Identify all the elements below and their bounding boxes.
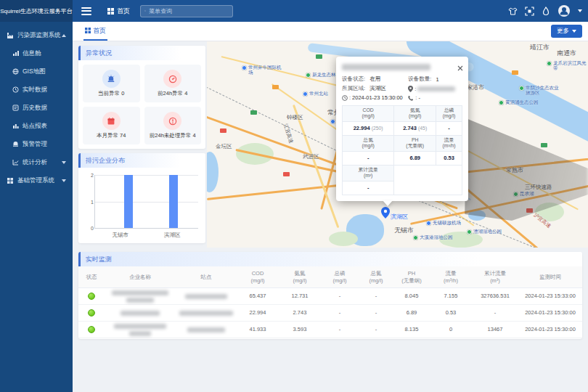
x-tick: 无锡市 — [94, 232, 147, 239]
sidebar-item-alert-management[interactable]: 预警管理 — [0, 135, 73, 153]
map-label-city: 南通市 — [557, 49, 576, 58]
sidebar-group-pollution-monitor[interactable]: 污染源监测系统 — [0, 26, 73, 44]
grid-icon — [107, 8, 114, 15]
user-avatar[interactable] — [558, 4, 571, 17]
globe-icon — [12, 68, 19, 75]
metric-header: 氨氮(mg/l) — [394, 106, 436, 122]
y-tick: 1 — [85, 199, 94, 204]
redacted-company-name — [105, 290, 176, 303]
map-poi: 常阴沙生态农业旅游区 — [519, 85, 559, 96]
stat-card-label: 前24h异常 4 — [158, 90, 187, 97]
search-icon — [144, 8, 146, 14]
sidebar-item-label: 信息舱 — [23, 49, 41, 58]
map-poi: 新龙生态林 — [306, 72, 336, 78]
stat-card-month-abnormal: 本月异常 74 — [83, 107, 140, 144]
close-icon[interactable] — [457, 61, 463, 74]
map-poi: 常州奔牛国际机场 — [242, 65, 282, 75]
device-location-pin[interactable] — [381, 207, 390, 221]
sidebar-item-history-data[interactable]: 历史数据 — [0, 99, 73, 117]
panel-title: 排污企业分布 — [78, 153, 205, 168]
metric-value: - — [436, 121, 462, 135]
device-status-label: 设备状态: — [342, 75, 365, 83]
map-poi: 漕湖湿地公园 — [467, 229, 502, 234]
tab-home-label: 首页 — [93, 26, 106, 36]
status-online-dot — [88, 309, 95, 317]
metric-value: 2.743 (45) — [394, 121, 436, 135]
menu-toggle-icon[interactable] — [81, 5, 91, 17]
tab-home[interactable]: 首页 — [83, 22, 107, 41]
map-label-district: 武进区 — [303, 153, 319, 160]
table-header: 状态 企业名称 站点 COD(mg/l) 氨氮(mg/l) 总磷(mg/l) 总… — [78, 266, 582, 288]
search-input[interactable] — [149, 8, 229, 15]
map-canvas[interactable]: 靖江市 南通市 常州市 钟楼区 金坛区 武进区 无锡市 常熟市 三环快速路 张家… — [207, 41, 588, 248]
metric-empty-cell — [394, 165, 462, 195]
breadcrumb[interactable]: 首页 — [107, 7, 130, 16]
sidebar-item-label: 污染源监测系统 — [17, 31, 61, 40]
redacted-address — [417, 86, 455, 91]
device-info-popup: 设备状态: 在用 设备数量: 1 所属区域: 滨湖区 : :2024-01-23… — [336, 57, 468, 201]
sidebar-item-gis-map[interactable]: GIS地图 — [0, 62, 73, 81]
panel-title: 异常状况 — [78, 46, 205, 60]
redacted-station-name — [187, 327, 225, 332]
app-window: Squirrel生态环境云服务平台 污染源监测系统 信息舱 GIS地图 实时数据 — [0, 0, 588, 392]
y-tick: 2 — [85, 173, 94, 178]
chevron-down-icon[interactable] — [578, 9, 582, 12]
sidebar: Squirrel生态环境云服务平台 污染源监测系统 信息舱 GIS地图 实时数据 — [0, 0, 73, 392]
bar-chart: 2 1 0 无锡市 滨湖区 — [83, 171, 201, 243]
map-label-district: 钟楼区 — [287, 114, 303, 121]
clock-icon — [12, 86, 19, 93]
table-row[interactable]: 65.437 12.731 - - 8.045 7.155 327636.531… — [78, 288, 582, 305]
status-online-dot — [88, 293, 95, 300]
map-label-district: 金坛区 — [216, 143, 232, 150]
bar-wuxi — [124, 175, 133, 228]
flame-icon[interactable] — [542, 7, 550, 16]
sidebar-item-realtime-data[interactable]: 实时数据 — [0, 81, 73, 99]
phone-icon — [408, 95, 414, 101]
panel-title: 实时监测 — [78, 252, 582, 266]
factory-icon — [7, 32, 14, 39]
map-label-highway: 江宜高速 — [282, 123, 295, 144]
sidebar-group-basic-management[interactable]: 基础管理系统 — [0, 171, 73, 189]
sidebar-item-statistics[interactable]: 统计分析 — [0, 153, 73, 171]
chevron-down-icon — [62, 161, 66, 164]
map-label-city: 无锡市 — [394, 226, 414, 235]
abnormal-cards: 当前异常 0 前24h异常 4 本月异常 74 前24h未处理异常 4 — [78, 60, 205, 149]
topbar-actions — [508, 0, 582, 22]
sidebar-item-station-report[interactable]: 站点报表 — [0, 117, 73, 135]
metric-header: 总磷(mg/l) — [436, 106, 462, 122]
y-tick: 0 — [85, 226, 94, 231]
modules-icon — [7, 177, 14, 184]
stat-card-current-abnormal: 当前异常 0 — [83, 65, 140, 102]
bar-binhu — [169, 175, 178, 228]
device-info-grid: 设备状态: 在用 设备数量: 1 所属区域: 滨湖区 : :2024-01-23… — [342, 75, 462, 101]
chart-plot-area: 2 1 0 — [94, 175, 198, 229]
metric-header: 累计流量(m³) — [343, 165, 394, 181]
realtime-monitor-panel: 实时监测 状态 企业名称 站点 COD(mg/l) 氨氮(mg/l) 总磷(mg… — [78, 252, 582, 339]
chevron-up-icon — [62, 34, 66, 37]
stat-card-24h-abnormal: 前24h异常 4 — [144, 65, 202, 102]
device-time: 2024-01-23 15:30:00 — [352, 94, 403, 101]
table-row[interactable]: 41.933 3.593 - - 8.135 0 13467 2024-01-2… — [78, 322, 582, 338]
fullscreen-icon[interactable] — [525, 7, 534, 16]
sidebar-item-info-cabin[interactable]: 信息舱 — [0, 44, 73, 62]
redacted-station-name — [179, 311, 233, 316]
chevron-down-icon — [572, 30, 576, 33]
map-poi: 常州北站 — [303, 91, 328, 97]
redacted-station-name — [185, 294, 227, 299]
table-row[interactable]: 22.994 2.743 - - 6.89 0.53 - 2024-01-23 … — [78, 305, 582, 322]
topbar: 首页 — [73, 0, 588, 22]
stat-card-label: 本月异常 74 — [97, 132, 126, 139]
line-chart-icon — [12, 159, 19, 166]
more-button[interactable]: 更多 — [551, 25, 582, 38]
map-poi: 黄泗浦生态公园 — [499, 99, 539, 105]
theme-shirt-icon[interactable] — [508, 7, 518, 16]
redacted-company-name — [121, 311, 160, 316]
map-poi: 无锡硕放机场 — [426, 220, 461, 226]
sidebar-item-label: 统计分析 — [23, 158, 47, 167]
sidebar-item-label: 基础管理系统 — [17, 176, 54, 185]
device-count-value: 1 — [436, 76, 438, 83]
metric-value: 0.53 — [436, 151, 462, 165]
region-label: 所属区域: — [342, 85, 365, 92]
metric-value: 6.89 — [394, 151, 436, 165]
device-phone: - — [418, 94, 420, 101]
